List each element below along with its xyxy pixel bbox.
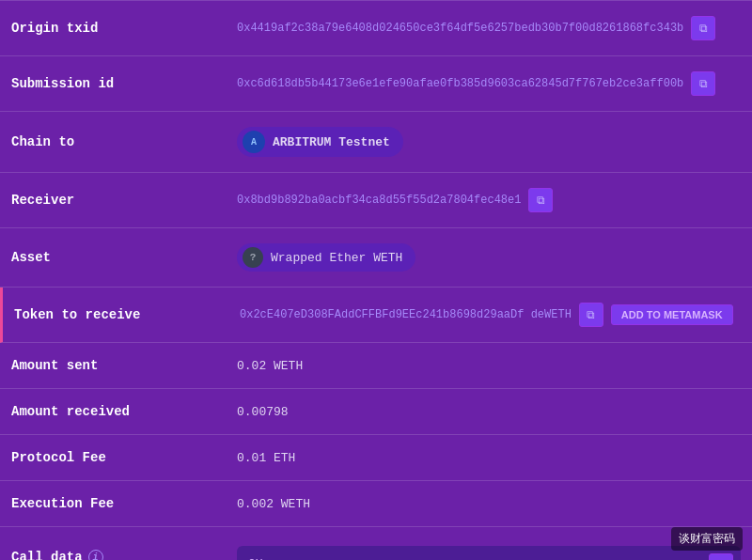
value-submission-id: 0xc6d618db5b44173e6e1efe90afae0fb385d960…	[226, 64, 752, 103]
arbitrum-icon: A	[243, 131, 265, 153]
label-call-data: Call data i	[0, 538, 226, 560]
label-execution-fee: Execution Fee	[0, 489, 226, 519]
label-protocol-fee: Protocol Fee	[0, 443, 226, 473]
asset-icon: ?	[243, 247, 263, 268]
label-chain-to: Chain to	[0, 127, 226, 157]
label-text: Submission id	[11, 76, 114, 91]
value-amount-sent: 0.02 WETH	[226, 351, 752, 381]
value-origin-txid: 0x4419af2c38a79e6408d024650ce3f64df5e625…	[226, 8, 752, 48]
value-receiver: 0x8bd9b892ba0acbf34ca8d55f55d2a7804fec48…	[226, 180, 752, 220]
row-amount-sent: Amount sent 0.02 WETH	[0, 343, 752, 389]
value-amount-received: 0.00798	[226, 397, 752, 427]
label-amount-sent: Amount sent	[0, 350, 226, 381]
label-amount-received: Amount received	[0, 397, 226, 427]
copy-origin-txid-button[interactable]: ⧉	[691, 16, 715, 40]
label-text: Amount received	[11, 404, 130, 419]
row-submission-id: Submission id 0xc6d618db5b44173e6e1efe90…	[0, 56, 752, 112]
execution-fee-value: 0.002 WETH	[237, 497, 310, 511]
copy-submission-id-button[interactable]: ⧉	[691, 71, 715, 96]
chain-label: ARBITRUM Testnet	[273, 135, 390, 149]
row-protocol-fee: Protocol Fee 0.01 ETH	[0, 435, 752, 481]
row-asset: Asset ? Wrapped Ether WETH	[0, 228, 752, 288]
value-token-to-receive: 0x2cE407eD308FAddCFFBFd9EEc241b8698d29aa…	[228, 295, 752, 334]
asset-label: Wrapped Ether WETH	[271, 251, 402, 265]
label-submission-id: Submission id	[0, 69, 226, 99]
row-receiver: Receiver 0x8bd9b892ba0acbf34ca8d55f55d2a…	[0, 173, 752, 228]
row-call-data: Call data i 0X ⧉	[0, 527, 752, 560]
label-text: Amount sent	[11, 358, 98, 373]
chain-badge: A ARBITRUM Testnet	[237, 127, 403, 157]
value-asset: ? Wrapped Ether WETH	[226, 236, 752, 279]
row-amount-received: Amount received 0.00798	[0, 389, 752, 435]
label-text: Protocol Fee	[11, 450, 106, 465]
hash-token-to-receive[interactable]: 0x2cE407eD308FAddCFFBFd9EEc241b8698d29aa…	[240, 308, 572, 321]
hash-origin-txid[interactable]: 0x4419af2c38a79e6408d024650ce3f64df5e625…	[237, 22, 683, 35]
value-execution-fee: 0.002 WETH	[226, 490, 752, 519]
label-text: Origin txid	[11, 21, 98, 36]
asset-badge: ? Wrapped Ether WETH	[237, 243, 415, 272]
copy-call-data-button[interactable]: ⧉	[709, 553, 733, 560]
label-text: Receiver	[11, 193, 74, 208]
info-icon[interactable]: i	[88, 550, 103, 560]
protocol-fee-value: 0.01 ETH	[237, 451, 295, 465]
amount-received-value: 0.00798	[237, 405, 289, 419]
copy-receiver-button[interactable]: ⧉	[528, 188, 553, 212]
row-token-to-receive: Token to receive 0x2cE407eD308FAddCFFBFd…	[0, 288, 752, 343]
label-token-to-receive: Token to receive	[3, 300, 228, 330]
label-receiver: Receiver	[0, 185, 226, 215]
row-origin-txid: Origin txid 0x4419af2c38a79e6408d024650c…	[0, 0, 752, 56]
label-text: Asset	[11, 250, 51, 265]
amount-sent-value: 0.02 WETH	[237, 359, 303, 373]
value-protocol-fee: 0.01 ETH	[226, 443, 752, 473]
label-text: Token to receive	[14, 307, 140, 322]
label-text: Call data	[11, 550, 83, 560]
hash-submission-id[interactable]: 0xc6d618db5b44173e6e1efe90afae0fb385d960…	[237, 77, 683, 90]
watermark: 谈财富密码	[671, 527, 743, 551]
call-data-box: 0X ⧉	[237, 546, 741, 560]
label-text: Chain to	[11, 134, 74, 149]
value-chain-to: A ARBITRUM Testnet	[226, 119, 752, 164]
copy-token-button[interactable]: ⧉	[579, 303, 603, 327]
detail-table: Origin txid 0x4419af2c38a79e6408d024650c…	[0, 0, 752, 560]
label-origin-txid: Origin txid	[0, 13, 226, 43]
hash-receiver[interactable]: 0x8bd9b892ba0acbf34ca8d55f55d2a7804fec48…	[237, 194, 521, 207]
label-text: Execution Fee	[11, 496, 114, 511]
row-chain-to: Chain to A ARBITRUM Testnet	[0, 112, 752, 173]
row-execution-fee: Execution Fee 0.002 WETH	[0, 481, 752, 527]
label-asset: Asset	[0, 242, 226, 272]
add-to-metamask-button[interactable]: ADD TO METAMASK	[611, 304, 733, 325]
